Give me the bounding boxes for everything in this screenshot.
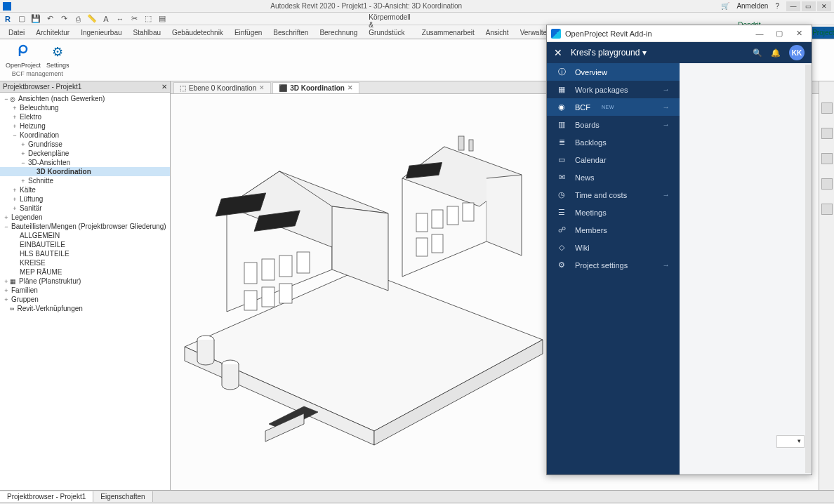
openproject-ribbon-button[interactable]: OpenProject bbox=[6, 44, 41, 69]
op-menu-item-project-settings[interactable]: ⚙Project settings→ bbox=[547, 256, 680, 274]
tree-item[interactable]: +Grundrisse bbox=[0, 140, 170, 149]
tree-item[interactable]: +Elektro bbox=[0, 112, 170, 121]
menu-label: Overview bbox=[575, 68, 607, 77]
menu-label: Project settings bbox=[575, 261, 628, 270]
bottom-tab[interactable]: Projektbrowser - Projekt1 bbox=[0, 491, 93, 502]
op-menu-item-members[interactable]: ☍Members bbox=[547, 221, 680, 239]
op-project-name-label: Kresi's playground bbox=[571, 48, 640, 58]
svg-rect-13 bbox=[447, 206, 458, 225]
ribbon-tab-k-rpermodell-grundst-ck[interactable]: Körpermodell & Grundstück bbox=[363, 11, 416, 39]
ribbon-tab-ansicht[interactable]: Ansicht bbox=[480, 27, 515, 39]
settings-ribbon-button[interactable]: ⚙ Settings bbox=[46, 44, 70, 69]
nav-wheel-icon[interactable] bbox=[821, 128, 833, 139]
menu-icon: ☰ bbox=[557, 208, 567, 218]
svg-rect-16 bbox=[432, 234, 443, 253]
maximize-button[interactable]: ▭ bbox=[802, 1, 816, 11]
pan-icon[interactable] bbox=[821, 153, 833, 164]
bell-icon[interactable]: 🔔 bbox=[771, 48, 781, 58]
tree-item[interactable]: +Beleuchtung bbox=[0, 103, 170, 112]
tree-item[interactable]: +Sanitär bbox=[0, 204, 170, 213]
nav-cube-icon[interactable] bbox=[821, 102, 833, 114]
project-browser-close[interactable]: ✕ bbox=[161, 83, 167, 91]
tree-item[interactable]: +Familien bbox=[0, 286, 170, 295]
signin-link[interactable]: Anmelden bbox=[736, 2, 768, 10]
op-project-selector[interactable]: Kresi's playground ▾ bbox=[571, 48, 647, 58]
ribbon-tab-architektur[interactable]: Architektur bbox=[30, 27, 75, 39]
tree-item[interactable]: +Lüftung bbox=[0, 194, 170, 204]
menu-icon: ≣ bbox=[557, 138, 567, 147]
view-tab[interactable]: ⬚Ebene 0 Koordination✕ bbox=[173, 82, 271, 93]
redo-icon[interactable]: ↷ bbox=[59, 14, 69, 24]
cart-icon[interactable]: 🛒 bbox=[721, 2, 729, 10]
ribbon-tab-ingenieurbau[interactable]: Ingenieurbau bbox=[75, 27, 127, 39]
ribbon-tab-datei[interactable]: Datei bbox=[3, 27, 30, 39]
op-menu-item-work-packages[interactable]: ▦Work packages→ bbox=[547, 81, 680, 98]
tree-item[interactable]: +▦Pläne (Planstruktur) bbox=[0, 277, 170, 286]
op-menu-item-meetings[interactable]: ☰Meetings bbox=[547, 204, 680, 221]
op-close-button[interactable]: ✕ bbox=[790, 27, 807, 40]
revit-r-icon[interactable]: R bbox=[3, 14, 13, 24]
ribbon-tab-zusammenarbeit[interactable]: Zusammenarbeit bbox=[416, 27, 480, 39]
tree-item[interactable]: −◎Ansichten (nach Gewerken) bbox=[0, 94, 170, 103]
tree-item[interactable]: ALLGEMEIN bbox=[0, 231, 170, 240]
view3d-icon[interactable]: ⬚ bbox=[143, 14, 153, 24]
op-menu-item-time-and-costs[interactable]: ◷Time and costs→ bbox=[547, 186, 680, 204]
ribbon-tab-einf-gen[interactable]: Einfügen bbox=[229, 27, 267, 39]
scrollbar[interactable] bbox=[805, 65, 811, 473]
tree-item[interactable]: MEP RÄUME bbox=[0, 267, 170, 277]
avatar[interactable]: KK bbox=[789, 45, 805, 60]
tree-item[interactable]: +Schnitte bbox=[0, 176, 170, 185]
orbit-icon[interactable] bbox=[821, 204, 833, 215]
op-menu-item-bcf[interactable]: ◉BCFNEW→ bbox=[547, 98, 680, 116]
tree-item[interactable]: +Legenden bbox=[0, 213, 170, 222]
tree-item[interactable]: −3D-Ansichten bbox=[0, 158, 170, 167]
ribbon-tab-stahlbau[interactable]: Stahlbau bbox=[128, 27, 166, 39]
search-icon[interactable]: 🔍 bbox=[753, 48, 762, 58]
tree-item[interactable]: −Koordination bbox=[0, 131, 170, 140]
section-icon[interactable]: ✂ bbox=[129, 14, 139, 24]
op-menu-close-icon[interactable]: ✕ bbox=[554, 47, 562, 58]
bottom-tab[interactable]: Eigenschaften bbox=[93, 491, 152, 502]
tree-item[interactable]: HLS BAUTEILE bbox=[0, 249, 170, 258]
tree-item[interactable]: +Gruppen bbox=[0, 295, 170, 304]
project-tree[interactable]: −◎Ansichten (nach Gewerken)+Beleuchtung+… bbox=[0, 93, 170, 490]
ribbon-tab-berechnung[interactable]: Berechnung bbox=[314, 27, 363, 39]
gear-icon: ⚙ bbox=[49, 44, 66, 60]
save-icon[interactable]: 💾 bbox=[31, 14, 41, 24]
ribbon-tab-geb-udetechnik[interactable]: Gebäudetechnik bbox=[166, 27, 229, 39]
help-icon[interactable]: ? bbox=[775, 2, 779, 10]
chevron-down-icon: ▾ bbox=[642, 48, 647, 58]
view-tab-close[interactable]: ✕ bbox=[348, 84, 353, 91]
undo-icon[interactable]: ↶ bbox=[45, 14, 55, 24]
tree-item[interactable]: EINBAUTEILE bbox=[0, 240, 170, 249]
op-menu-item-news[interactable]: ✉News bbox=[547, 168, 680, 186]
open-icon[interactable]: ▢ bbox=[17, 14, 27, 24]
op-minimize-button[interactable]: — bbox=[751, 27, 768, 40]
tree-item[interactable]: ∞Revit-Verknüpfungen bbox=[0, 304, 170, 313]
minimize-button[interactable]: — bbox=[786, 1, 800, 11]
view-tab-close[interactable]: ✕ bbox=[259, 84, 265, 91]
tree-item[interactable]: −Bauteillisten/Mengen (Projektbrowser Gl… bbox=[0, 222, 170, 231]
view-tab[interactable]: ⬛3D Koordination✕ bbox=[272, 82, 359, 93]
op-maximize-button[interactable]: ▢ bbox=[771, 27, 788, 40]
sheet-icon[interactable]: ▤ bbox=[157, 14, 167, 24]
op-menu-item-overview[interactable]: ⓘOverview bbox=[547, 63, 680, 81]
tree-item[interactable]: KREISE bbox=[0, 258, 170, 267]
op-dropdown-field[interactable]: ▾ bbox=[776, 435, 805, 448]
tree-item[interactable]: +Heizung bbox=[0, 121, 170, 131]
measure-icon[interactable]: 📏 bbox=[87, 14, 97, 24]
tree-item[interactable]: +Kälte bbox=[0, 185, 170, 194]
op-titlebar: OpenProject Revit Add-in — ▢ ✕ bbox=[547, 25, 812, 42]
tree-item[interactable]: 3D Koordination bbox=[0, 167, 170, 176]
tree-item[interactable]: +Deckenpläne bbox=[0, 149, 170, 158]
close-button[interactable]: ✕ bbox=[817, 1, 831, 11]
op-menu-item-calendar[interactable]: ▭Calendar bbox=[547, 151, 680, 168]
zoom-icon[interactable] bbox=[821, 178, 833, 190]
op-menu-item-backlogs[interactable]: ≣Backlogs bbox=[547, 133, 680, 151]
print-icon[interactable]: ⎙ bbox=[73, 14, 83, 24]
text-icon[interactable]: A bbox=[101, 14, 111, 24]
op-menu-item-boards[interactable]: ▥Boards→ bbox=[547, 116, 680, 133]
dim-icon[interactable]: ↔ bbox=[115, 14, 125, 24]
ribbon-tab-beschriften[interactable]: Beschriften bbox=[267, 27, 314, 39]
op-menu-item-wiki[interactable]: ◇Wiki bbox=[547, 239, 680, 256]
